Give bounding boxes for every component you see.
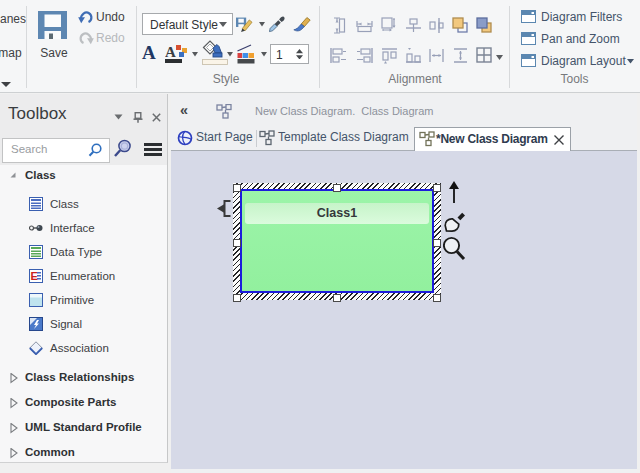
svg-text:E: E bbox=[31, 270, 38, 282]
svg-text:A: A bbox=[165, 44, 176, 60]
